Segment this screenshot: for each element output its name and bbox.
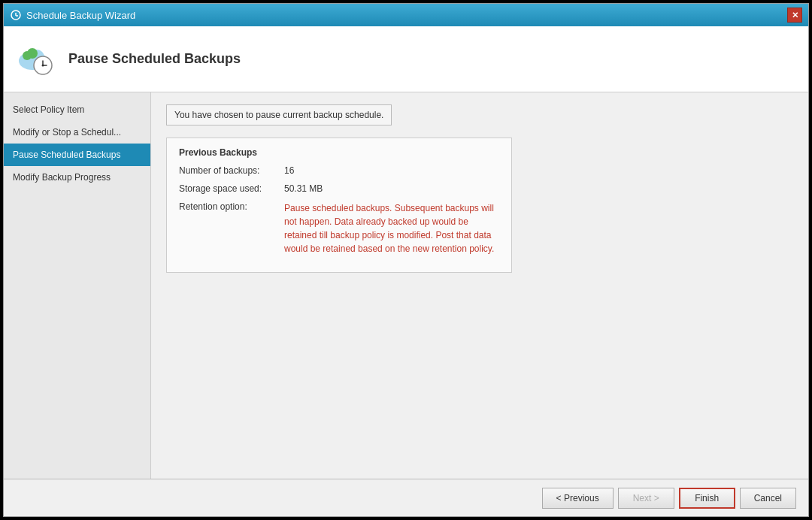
sidebar: Select Policy Item Modify or Stop a Sche… bbox=[4, 92, 151, 479]
main-content: You have chosen to pause current backup … bbox=[151, 92, 808, 479]
content-area: Select Policy Item Modify or Stop a Sche… bbox=[4, 92, 808, 479]
retention-label: Retention option: bbox=[179, 201, 284, 255]
storage-space-value: 50.31 MB bbox=[284, 183, 323, 194]
backup-info-box: Previous Backups Number of backups: 16 S… bbox=[166, 138, 512, 273]
info-banner: You have chosen to pause current backup … bbox=[166, 104, 392, 125]
sidebar-item-modify-progress[interactable]: Modify Backup Progress bbox=[4, 166, 150, 189]
retention-value: Pause scheduled backups. Subsequent back… bbox=[284, 201, 499, 255]
page-title: Pause Scheduled Backups bbox=[68, 51, 241, 67]
app-icon bbox=[10, 9, 22, 21]
sidebar-item-select-policy[interactable]: Select Policy Item bbox=[4, 98, 150, 121]
footer: < Previous Next > Finish Cancel bbox=[4, 479, 808, 516]
header: Pause Scheduled Backups bbox=[4, 26, 808, 92]
close-button[interactable]: ✕ bbox=[787, 8, 802, 23]
wizard-window: Schedule Backup Wizard ✕ Pa bbox=[3, 3, 809, 517]
backup-info-title: Previous Backups bbox=[179, 147, 499, 158]
svg-point-13 bbox=[42, 64, 44, 66]
svg-point-8 bbox=[23, 51, 32, 60]
window-title: Schedule Backup Wizard bbox=[26, 10, 135, 21]
backup-count-value: 16 bbox=[284, 165, 294, 176]
backup-count-row: Number of backups: 16 bbox=[179, 165, 499, 176]
title-bar-left: Schedule Backup Wizard bbox=[10, 9, 135, 21]
sidebar-item-modify-stop[interactable]: Modify or Stop a Schedul... bbox=[4, 121, 150, 144]
backup-count-label: Number of backups: bbox=[179, 165, 284, 176]
title-bar: Schedule Backup Wizard ✕ bbox=[4, 4, 808, 26]
cancel-button[interactable]: Cancel bbox=[740, 488, 796, 509]
header-icon bbox=[16, 38, 58, 80]
previous-button[interactable]: < Previous bbox=[542, 488, 614, 509]
retention-option-row: Retention option: Pause scheduled backup… bbox=[179, 201, 499, 255]
storage-space-row: Storage space used: 50.31 MB bbox=[179, 183, 499, 194]
finish-button[interactable]: Finish bbox=[679, 488, 735, 509]
next-button[interactable]: Next > bbox=[618, 488, 674, 509]
sidebar-item-pause-backups[interactable]: Pause Scheduled Backups bbox=[4, 144, 150, 166]
storage-space-label: Storage space used: bbox=[179, 183, 284, 194]
